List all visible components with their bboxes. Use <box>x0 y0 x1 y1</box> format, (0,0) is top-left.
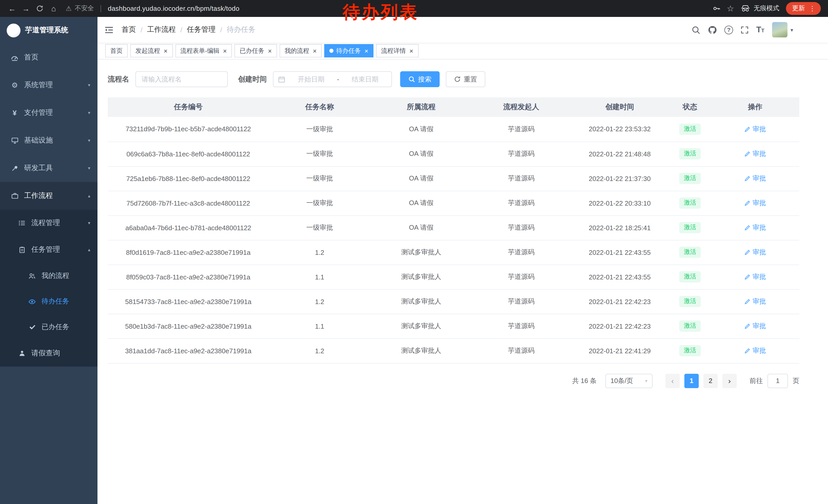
workflow-icon <box>10 192 19 199</box>
process-list-icon <box>17 220 26 227</box>
approve-link[interactable]: 审批 <box>744 223 766 232</box>
close-icon[interactable]: × <box>313 47 317 54</box>
page-1-button[interactable]: 1 <box>685 373 699 388</box>
approve-link[interactable]: 审批 <box>744 346 766 355</box>
date-range-picker[interactable]: 开始日期 - 结束日期 <box>273 71 392 87</box>
page-2-button[interactable]: 2 <box>703 373 718 388</box>
sidebar-item-leave-query[interactable]: 请假查询 <box>0 340 97 367</box>
search-button[interactable]: 搜索 <box>400 71 440 87</box>
process-name-input[interactable] <box>135 71 228 87</box>
status-badge: 激活 <box>679 148 701 159</box>
sidebar-item-payment[interactable]: ¥ 支付管理 ▾ <box>0 99 97 127</box>
approve-link[interactable]: 审批 <box>744 125 766 134</box>
cell-task-name: 1.2 <box>269 289 370 314</box>
cell-status: 激活 <box>669 289 711 314</box>
breadcrumb-home[interactable]: 首页 <box>122 25 136 34</box>
table-header-row: 任务编号 任务名称 所属流程 流程发起人 创建时间 状态 操作 <box>108 97 799 117</box>
tab-process-detail[interactable]: 流程详情 × <box>376 44 418 57</box>
star-icon[interactable]: ☆ <box>727 4 734 13</box>
security-label: 不安全 <box>75 4 94 13</box>
approve-link[interactable]: 审批 <box>744 248 766 257</box>
address-bar[interactable]: ⚠ 不安全 dashboard.yudao.iocoder.cn/bpm/tas… <box>66 4 240 13</box>
gear-icon: ⚙ <box>10 81 19 89</box>
approve-link[interactable]: 审批 <box>744 297 766 306</box>
close-icon[interactable]: × <box>409 47 413 54</box>
cell-initiator: 芋道源码 <box>472 117 571 141</box>
user-menu[interactable]: ▾ <box>772 22 793 37</box>
cell-task-name: 1.2 <box>269 338 370 363</box>
sidebar-collapse-icon[interactable] <box>105 26 113 34</box>
close-icon[interactable]: × <box>365 47 368 54</box>
prev-page-button[interactable]: ‹ <box>665 373 680 388</box>
page-size-select[interactable]: 10条/页 ▾ <box>605 373 653 388</box>
sidebar-item-process-mgmt[interactable]: 流程管理 ▾ <box>0 210 97 236</box>
status-badge: 激活 <box>679 246 701 258</box>
close-icon[interactable]: × <box>164 47 167 54</box>
fullscreen-icon[interactable] <box>741 26 748 34</box>
status-badge: 激活 <box>679 271 701 282</box>
approve-link[interactable]: 审批 <box>744 198 766 208</box>
sidebar-item-my-process[interactable]: 我的流程 <box>0 263 97 289</box>
cell-process: 测试多审批人 <box>370 314 472 338</box>
font-size-icon[interactable]: TT <box>756 25 764 34</box>
tab-done-tasks[interactable]: 已办任务 × <box>235 44 277 57</box>
update-button[interactable]: 更新 ⋮ <box>786 2 821 15</box>
cell-actions: 审批 <box>711 166 799 191</box>
browser-chrome: ← → ⌂ ⚠ 不安全 dashboard.yudao.iocoder.cn/b… <box>0 0 828 17</box>
menu-dots-icon[interactable]: ⋮ <box>809 5 816 12</box>
tab-start-process[interactable]: 发起流程 × <box>130 44 173 57</box>
close-icon[interactable]: × <box>223 47 227 54</box>
cell-created: 2022-01-21 22:42:23 <box>571 314 669 338</box>
column-task-id: 任务编号 <box>108 97 269 117</box>
sidebar-item-devtools[interactable]: 研发工具 ▾ <box>0 154 97 182</box>
sidebar-item-infrastructure[interactable]: 基础设施 ▾ <box>0 127 97 154</box>
goto-label: 前往 <box>749 376 763 385</box>
home-icon[interactable]: ⌂ <box>47 2 60 15</box>
approve-link[interactable]: 审批 <box>744 272 766 281</box>
forward-icon[interactable]: → <box>19 2 33 15</box>
close-icon[interactable]: × <box>268 47 272 54</box>
goto-page-input[interactable] <box>768 373 788 388</box>
start-date-placeholder[interactable]: 开始日期 <box>289 75 333 84</box>
cell-task-id: 069c6a63-7b8a-11ec-8ef0-acde48001122 <box>108 141 269 166</box>
sidebar-item-home[interactable]: 首页 <box>0 44 97 71</box>
chevron-down-icon: ▾ <box>645 378 648 383</box>
approve-link[interactable]: 审批 <box>744 174 766 183</box>
approve-link[interactable]: 审批 <box>744 321 766 331</box>
tab-todo-tasks[interactable]: 待办任务 × <box>325 44 373 57</box>
key-icon[interactable] <box>712 5 720 12</box>
chevron-down-icon: ▾ <box>88 138 90 143</box>
app-brand[interactable]: 芋道管理系统 <box>0 17 97 44</box>
breadcrumb-workflow[interactable]: 工作流程 <box>147 25 176 34</box>
sidebar-item-done-tasks[interactable]: 已办任务 <box>0 314 97 340</box>
breadcrumb-task-mgmt[interactable]: 任务管理 <box>187 25 216 34</box>
reset-button[interactable]: 重置 <box>446 71 485 87</box>
next-page-button[interactable]: › <box>722 373 737 388</box>
search-icon[interactable] <box>692 26 700 34</box>
column-initiator: 流程发起人 <box>472 97 571 117</box>
sidebar-item-todo-tasks[interactable]: 待办任务 <box>0 289 97 314</box>
sidebar-item-system[interactable]: ⚙ 系统管理 ▾ <box>0 71 97 99</box>
tab-home[interactable]: 首页 <box>105 44 128 57</box>
cell-initiator: 芋道源码 <box>472 289 571 314</box>
sidebar-item-task-mgmt[interactable]: 任务管理 ▴ <box>0 236 97 263</box>
sidebar-item-workflow[interactable]: 工作流程 ▴ <box>0 182 97 210</box>
cell-created: 2022-01-22 20:33:10 <box>571 191 669 215</box>
help-icon[interactable]: ? <box>724 26 733 34</box>
workflow-submenu: 流程管理 ▾ 任务管理 ▴ 我的流程 <box>0 210 97 367</box>
cell-task-id: 58154733-7ac8-11ec-a9e2-a2380e71991a <box>108 289 269 314</box>
tab-my-process[interactable]: 我的流程 × <box>280 44 322 57</box>
tab-form-edit[interactable]: 流程表单-编辑 × <box>175 44 232 57</box>
end-date-placeholder[interactable]: 结束日期 <box>343 75 387 84</box>
cell-task-id: 381aa1dd-7ac8-11ec-a9e2-a2380e71991a <box>108 338 269 363</box>
avatar[interactable] <box>772 22 787 37</box>
table-row: 75d72608-7b7f-11ec-a3c8-acde48001122 一级审… <box>108 191 799 215</box>
back-icon[interactable]: ← <box>5 2 19 15</box>
approve-link[interactable]: 审批 <box>744 149 766 158</box>
reload-icon[interactable] <box>33 2 47 15</box>
cell-created: 2022-01-21 22:42:23 <box>571 289 669 314</box>
create-time-label: 创建时间 <box>238 75 267 84</box>
github-icon[interactable] <box>708 26 717 34</box>
cell-status: 激活 <box>669 240 711 265</box>
cell-initiator: 芋道源码 <box>472 338 571 363</box>
